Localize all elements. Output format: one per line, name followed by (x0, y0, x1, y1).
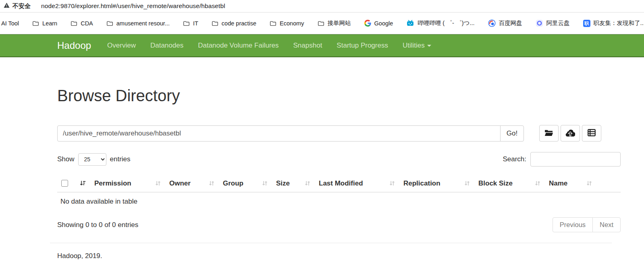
column-header-size[interactable]: Size (262, 179, 305, 188)
hadoop-navbar: Hadoop Overview Datanodes Datanode Volum… (0, 34, 644, 57)
column-header-group[interactable]: Group (209, 179, 262, 188)
bilibili-icon (406, 19, 414, 27)
column-label: Last Modified (319, 179, 363, 188)
bookmark-aliyun-drive[interactable]: 阿里云盘 (536, 19, 570, 27)
bookmark-zhiyouji[interactable]: 职 职友集：发现和了... (583, 19, 644, 27)
column-header-owner[interactable]: Owner (155, 179, 209, 188)
bookmark-label: 接单网站 (328, 19, 351, 27)
bookmark-label: Learn (42, 20, 57, 27)
table-header-row: Permission Owner Group Size Last Modifie… (57, 175, 621, 192)
nav-item-utilities-dropdown[interactable]: Utilities (395, 42, 438, 50)
baidu-pan-icon (488, 19, 496, 27)
page-title: Browse Directory (57, 86, 621, 105)
sort-icon[interactable] (586, 180, 592, 186)
select-all-checkbox[interactable] (61, 180, 68, 187)
aliyun-drive-icon (536, 19, 543, 27)
select-all-cell (57, 180, 78, 187)
column-label: Size (276, 179, 290, 188)
bookmark-label: code practise (222, 20, 256, 27)
column-label: Replication (403, 179, 440, 188)
explorer-page: Browse Directory Go! Show 25 entries (57, 86, 621, 260)
directory-path-input[interactable] (57, 125, 501, 142)
nav-item-overview[interactable]: Overview (100, 42, 143, 50)
sort-icon[interactable] (262, 180, 268, 186)
chevron-down-icon (427, 45, 431, 47)
bookmark-code-practise[interactable]: code practise (212, 20, 256, 27)
bookmark-cda[interactable]: CDA (71, 20, 93, 27)
bookmarks-bar: AI Tool Learn CDA amusement resour... IT… (0, 13, 644, 34)
folder-icon (212, 20, 218, 26)
sort-icon[interactable] (209, 180, 214, 186)
browser-url-bar[interactable]: 不安全 node2:9870/explorer.html#/user/hive_… (0, 0, 644, 13)
folder-icon (318, 20, 324, 26)
folder-icon (32, 20, 39, 26)
page-size-select[interactable]: 25 (78, 153, 106, 166)
bookmark-label: 哔哩哔哩 ( ゜- ゜)つ... (418, 19, 474, 27)
bookmark-baidu-pan[interactable]: 百度网盘 (488, 19, 522, 27)
bookmark-amusement[interactable]: amusement resour... (106, 20, 170, 27)
bookmark-label: CDA (81, 20, 93, 27)
utilities-label: Utilities (403, 42, 425, 49)
create-directory-button[interactable] (539, 125, 559, 142)
bookmark-google[interactable]: Google (364, 20, 393, 27)
pagination: Previous Next (553, 217, 621, 232)
sort-icon[interactable] (305, 180, 310, 186)
show-label: Show (57, 155, 75, 163)
column-label: Owner (169, 179, 191, 188)
nav-item-datanode-volume-failures[interactable]: Datanode Volume Failures (191, 42, 286, 50)
bookmark-economy[interactable]: Economy (270, 20, 304, 27)
entries-label: entries (110, 155, 131, 163)
google-icon (364, 20, 371, 27)
list-icon (588, 129, 596, 138)
column-label: Block Size (478, 179, 513, 188)
nav-item-datanodes[interactable]: Datanodes (143, 42, 191, 50)
sort-icon[interactable] (155, 180, 161, 186)
bookmark-it[interactable]: IT (183, 20, 198, 27)
column-label: Group (223, 179, 243, 188)
bookmark-label: Economy (280, 20, 304, 27)
column-label: Permission (94, 179, 131, 188)
bookmark-label: IT (193, 20, 198, 27)
folder-icon (71, 20, 77, 26)
column-header-permission[interactable]: Permission (78, 179, 155, 188)
bookmark-label: amusement resour... (116, 20, 170, 27)
folder-icon (270, 20, 276, 26)
bookmark-jiedan[interactable]: 接单网站 (318, 19, 351, 27)
upload-file-button[interactable] (561, 125, 580, 142)
navbar-brand[interactable]: Hadoop (57, 40, 91, 51)
bookmark-label: AI Tool (1, 20, 19, 27)
cut-paste-button[interactable] (582, 125, 601, 142)
bookmark-ai-tool[interactable]: AI Tool (0, 20, 19, 27)
address-url[interactable]: node2:9870/explorer.html#/user/hive_remo… (41, 2, 225, 10)
nav-item-startup-progress[interactable]: Startup Progress (329, 42, 395, 50)
folder-icon (183, 20, 190, 26)
search-input[interactable] (530, 152, 621, 167)
security-warning-label[interactable]: 不安全 (12, 2, 31, 10)
go-button[interactable]: Go! (500, 125, 524, 142)
sort-icon[interactable] (535, 180, 540, 186)
folder-icon (106, 20, 113, 26)
sort-active-icon[interactable] (80, 180, 86, 186)
column-label: Name (549, 179, 567, 188)
bookmark-label: 百度网盘 (499, 19, 522, 27)
bookmark-label: Google (374, 20, 393, 27)
bookmark-learn[interactable]: Learn (32, 20, 57, 27)
bookmark-bilibili[interactable]: 哔哩哔哩 ( ゜- ゜)つ... (406, 19, 474, 27)
previous-page-button[interactable]: Previous (553, 217, 593, 232)
nav-item-snapshot[interactable]: Snapshot (286, 42, 330, 50)
footer-divider (50, 243, 612, 243)
column-header-name[interactable]: Name (535, 179, 586, 188)
column-header-block-size[interactable]: Block Size (464, 179, 535, 188)
sort-icon[interactable] (389, 180, 395, 186)
column-header-last-modified[interactable]: Last Modified (305, 179, 389, 188)
sort-icon[interactable] (464, 180, 470, 186)
table-empty-message: No data available in table (57, 192, 621, 211)
column-header-replication[interactable]: Replication (389, 179, 464, 188)
path-input-group: Go! (57, 125, 524, 142)
column-header-actions[interactable] (586, 180, 621, 186)
next-page-button[interactable]: Next (592, 217, 621, 232)
footer-text: Hadoop, 2019. (57, 252, 621, 260)
warning-icon (4, 2, 10, 10)
folder-open-icon (544, 129, 553, 138)
bookmark-label: 职友集：发现和了... (594, 19, 644, 27)
